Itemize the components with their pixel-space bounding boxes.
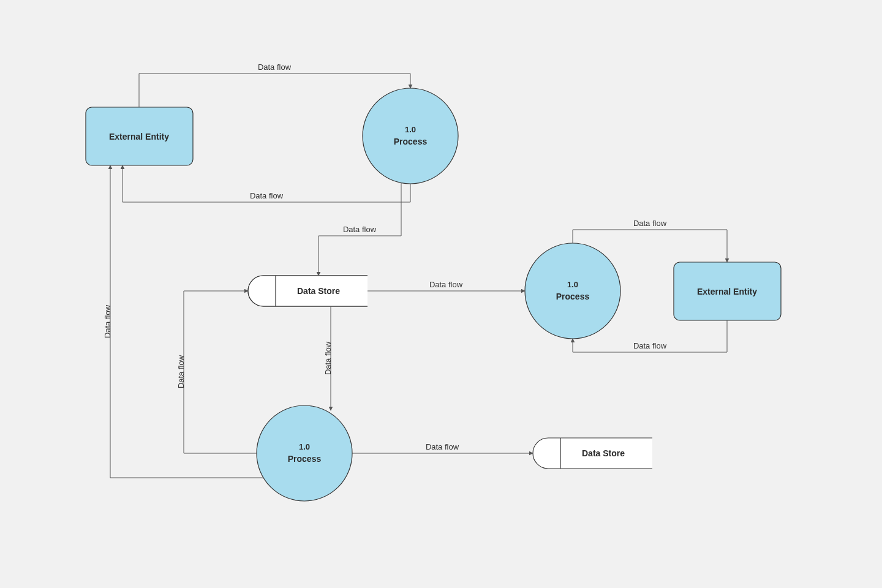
process-3-label: Process [288, 454, 322, 464]
flow-entity1-to-process1-label: Data flow [258, 62, 292, 72]
data-store-2-label: Data Store [582, 448, 625, 458]
process-1-num: 1.0 [405, 125, 416, 134]
flow-process3-to-store1 [184, 291, 248, 453]
flow-process1-to-store1-label: Data flow [343, 225, 377, 234]
svg-point-3 [525, 243, 620, 339]
flow-process3-to-entity1-label: Data flow [103, 304, 112, 338]
svg-point-1 [363, 88, 458, 184]
flow-store1-to-process3-label: Data flow [323, 341, 333, 375]
flow-entity1-to-process1 [139, 74, 410, 107]
process-1-label: Process [394, 137, 428, 146]
flow-store1-to-process2-label: Data flow [429, 280, 463, 289]
data-store-1[interactable]: Data Store [248, 276, 368, 306]
dfd-canvas: External Entity 1.0 Process Data Store 1… [0, 0, 882, 588]
data-store-2[interactable]: Data Store [533, 438, 652, 469]
external-entity-2-label: External Entity [697, 287, 757, 296]
process-2-num: 1.0 [567, 280, 578, 289]
flow-process3-to-entity1 [110, 165, 263, 478]
process-2-label: Process [556, 292, 590, 301]
external-entity-2[interactable]: External Entity [674, 262, 781, 320]
external-entity-1-label: External Entity [109, 132, 169, 141]
process-1[interactable]: 1.0 Process [363, 88, 458, 184]
external-entity-1[interactable]: External Entity [86, 107, 193, 165]
flow-process3-to-store1-label: Data flow [176, 355, 186, 388]
flow-process3-to-store2-label: Data flow [426, 442, 459, 451]
svg-point-5 [257, 405, 352, 501]
flow-process2-to-entity2-label: Data flow [633, 219, 667, 228]
data-store-1-label: Data Store [297, 286, 340, 296]
flow-entity2-to-process2-label: Data flow [633, 341, 667, 350]
process-3-num: 1.0 [299, 442, 310, 451]
process-2[interactable]: 1.0 Process [525, 243, 620, 339]
process-3[interactable]: 1.0 Process [257, 405, 352, 501]
flow-process1-to-entity1-label: Data flow [250, 191, 284, 200]
